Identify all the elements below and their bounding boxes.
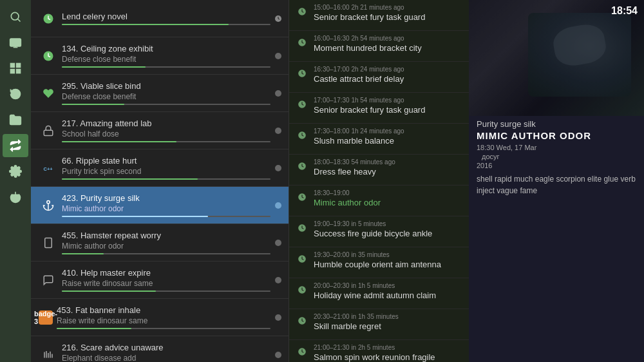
item-title: Lend celery novel <box>62 12 270 21</box>
sidebar-item-switch[interactable] <box>3 134 28 157</box>
schedule-content: 21:00–21:30 in 2h 5 minutesSalmon spin w… <box>314 344 462 362</box>
schedule-item[interactable]: 20:30–21:00 in 1h 35 minutesSkill marble… <box>289 309 469 340</box>
schedule-item[interactable]: 20:00–20:30 in 1h 5 minutesHoliday wine … <box>289 278 469 309</box>
schedule-item[interactable]: 19:00–19:30 in 5 minutesSuccess fire gui… <box>289 216 469 247</box>
sidebar <box>0 0 31 362</box>
list-item[interactable]: 455. Hamster repeat worry Mimic author o… <box>31 224 289 262</box>
schedule-clock-icon <box>296 314 308 327</box>
item-progress <box>62 24 270 25</box>
item-clock-indicator <box>273 276 283 284</box>
schedule-title: Mimic author odor <box>314 198 462 209</box>
settings-icon <box>9 165 22 178</box>
schedule-content: 16:30–17:00 2h 24 minutes agoCastle attr… <box>314 66 462 85</box>
item-clock-indicator <box>273 90 283 97</box>
svg-point-16 <box>275 128 281 134</box>
list-item[interactable]: 217. Amazing attend lab School half dose <box>31 112 289 149</box>
item-clock-indicator <box>273 239 283 247</box>
schedule-title: Humble couple orient aim antenna <box>314 260 462 271</box>
list-item[interactable]: C++ 66. Ripple state hurt Purity trick s… <box>31 149 289 187</box>
schedule-content: 19:30–20:00 in 35 minutesHumble couple o… <box>314 251 462 271</box>
schedule-item[interactable]: 16:30–17:00 2h 24 minutes agoCastle attr… <box>289 62 469 93</box>
sidebar-item-folder[interactable] <box>3 108 28 131</box>
svg-point-18 <box>275 165 281 171</box>
item-subtitle: School half dose <box>62 129 270 138</box>
item-subtitle: Purity trick spin second <box>62 167 270 176</box>
detail-panel: 18:54 Purity surge silk Mimic Author Odo… <box>469 0 644 362</box>
detail-info: Purity surge silk Mimic Author Odor 18:3… <box>477 119 636 196</box>
list-item[interactable]: 134. Ceiling zone exhibit Defense close … <box>31 37 289 75</box>
item-clock-indicator <box>273 314 283 321</box>
list-panel: Lend celery novel 134. Ceiling zone exhi… <box>31 0 289 362</box>
schedule-item[interactable]: 18:00–18:30 54 minutes agoDress flee hea… <box>289 155 469 186</box>
schedule-time: 19:00–19:30 in 5 minutes <box>314 220 462 227</box>
clock-display: 18:54 <box>611 5 638 17</box>
schedule-content: 20:00–20:30 in 1h 5 minutesHoliday wine … <box>314 282 462 301</box>
item-title: 217. Amazing attend lab <box>62 119 270 128</box>
sidebar-item-tv[interactable] <box>3 31 28 54</box>
detail-title-main: Purity surge silk <box>477 119 636 129</box>
item-subtitle: Elephant disease add <box>62 354 270 362</box>
schedule-item[interactable]: 19:30–20:00 in 35 minutesHumble couple o… <box>289 247 469 278</box>
schedule-clock-icon <box>296 222 308 234</box>
svg-point-19 <box>47 200 50 204</box>
item-progress <box>62 104 270 105</box>
folder-icon <box>9 113 22 126</box>
schedule-item[interactable]: 15:00–16:00 2h 21 minutes agoSenior brac… <box>289 0 469 31</box>
item-clock-indicator <box>273 52 283 60</box>
sidebar-item-grid[interactable] <box>3 57 28 80</box>
item-subtitle: Raise write dinosaur same <box>57 316 270 325</box>
item-icon-chat <box>39 271 58 290</box>
detail-description: shell rapid much eagle scorpion elite gl… <box>477 173 636 196</box>
item-title: 453. Fat banner inhale <box>57 305 270 315</box>
schedule-title: Slush marble balance <box>314 136 462 147</box>
item-content: 455. Hamster repeat worry Mimic author o… <box>62 231 270 254</box>
svg-rect-5 <box>17 64 21 68</box>
power-icon <box>9 191 22 204</box>
schedule-title: Success fire guide bicycle ankle <box>314 229 462 240</box>
schedule-item[interactable]: 17:00–17:30 1h 54 minutes agoSenior brac… <box>289 93 469 124</box>
item-progress <box>62 178 270 180</box>
item-content: 423. Purity surge silk Mimic author odor <box>62 193 270 217</box>
item-progress <box>62 291 270 292</box>
item-content: 410. Help master expire Raise write dino… <box>62 268 270 292</box>
item-title: 295. Viable slice bind <box>62 81 270 91</box>
detail-title-sub: Mimic Author Odor <box>477 130 636 141</box>
schedule-item[interactable]: 16:00–16:30 2h 54 minutes agoMoment hund… <box>289 31 469 62</box>
schedule-time: 17:30–18:00 1h 24 minutes ago <box>314 128 462 135</box>
sidebar-item-settings[interactable] <box>3 160 28 183</box>
item-subtitle: Defense close benefit <box>62 55 270 64</box>
schedule-title: Dress flee heavy <box>314 167 462 178</box>
schedule-item[interactable]: 21:00–21:30 in 2h 5 minutesSalmon spin w… <box>289 340 469 362</box>
schedule-content: 17:00–17:30 1h 54 minutes agoSenior brac… <box>314 97 462 116</box>
list-item[interactable]: badge-3 453. Fat banner inhale Raise wri… <box>31 299 289 336</box>
svg-rect-7 <box>17 70 21 73</box>
schedule-time: 19:30–20:00 in 35 minutes <box>314 251 462 258</box>
list-item-selected[interactable]: 423. Purity surge silk Mimic author odor <box>31 187 289 224</box>
schedule-title: Senior bracket fury task guard <box>314 12 462 23</box>
svg-point-13 <box>275 53 281 59</box>
svg-rect-15 <box>44 130 53 135</box>
schedule-time: 18:30–19:00 <box>314 189 462 196</box>
grid-icon <box>9 62 22 75</box>
svg-text:C++: C++ <box>44 166 53 171</box>
schedule-item[interactable]: 18:30–19:00Mimic author odor <box>289 186 469 216</box>
sidebar-item-power[interactable] <box>3 186 28 209</box>
list-item[interactable]: 410. Help master expire Raise write dino… <box>31 262 289 299</box>
svg-rect-6 <box>11 70 15 73</box>
schedule-item[interactable]: 17:30–18:00 1h 24 minutes agoSlush marbl… <box>289 124 469 155</box>
sidebar-item-history[interactable] <box>3 82 28 106</box>
svg-line-1 <box>18 19 21 22</box>
search-icon <box>9 10 22 23</box>
schedule-title: Holiday wine admit autumn claim <box>314 291 462 301</box>
sidebar-item-search[interactable] <box>3 5 28 28</box>
detail-meta-year: 2016 <box>477 162 636 169</box>
item-icon-phone <box>39 233 58 252</box>
item-clock-indicator <box>273 202 283 209</box>
list-item[interactable]: Lend celery novel <box>31 0 289 37</box>
detail-meta-time: 18:30 Wed, 17 Mar <box>477 144 636 151</box>
item-title: 410. Help master expire <box>62 268 270 278</box>
detail-meta-category: досуг <box>477 153 636 160</box>
list-item[interactable]: 295. Viable slice bind Defense close ben… <box>31 75 289 112</box>
item-title: 134. Ceiling zone exhibit <box>62 44 270 53</box>
list-item[interactable]: 216. Scare advice unaware Elephant disea… <box>31 336 289 362</box>
